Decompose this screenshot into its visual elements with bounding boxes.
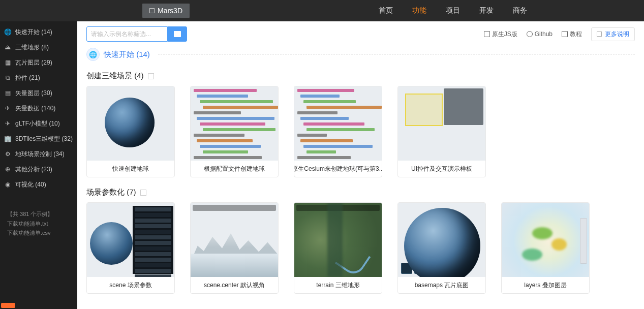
nav-link-0[interactable]: 首页 <box>379 6 393 15</box>
card-thumbnail <box>191 86 278 161</box>
tab-globe-icon: 🌐 <box>86 48 100 61</box>
card-caption: 快速创建地球 <box>87 161 174 177</box>
category-tab: 🌐 快速开始 (14) <box>86 48 635 61</box>
more-info-button[interactable]: 更多说明 <box>591 27 635 41</box>
sidebar: 🌐快速开始 (14)⛰三维地形 (8)▦瓦片图层 (29)⧉控件 (21)▤矢量… <box>0 21 77 304</box>
sidebar-item-label: 矢量数据 (140) <box>15 104 55 113</box>
sidebar-item-1[interactable]: ⛰三维地形 (8) <box>0 40 77 55</box>
card-caption: 原生Cesium来创建地球(可与第3... <box>294 161 382 177</box>
section-0: 创建三维场景 (4)快速创建地球根据配置文件创建地球原生Cesium来创建地球(… <box>86 71 635 177</box>
example-card[interactable]: terrain 三维地形 <box>294 202 382 294</box>
sidebar-item-label: 矢量图层 (30) <box>15 89 52 98</box>
section-1: 场景参数化 (7)scene 场景参数scene.center 默认视角terr… <box>86 188 635 294</box>
tutorial-link[interactable]: 教程 <box>562 30 582 39</box>
sidebar-item-label: 可视化 (40) <box>15 180 46 189</box>
js-version-link[interactable]: 原生JS版 <box>484 30 517 39</box>
sidebar-item-label: 快速开始 (14) <box>15 28 52 37</box>
globe-icon: 🌐 <box>4 28 11 36</box>
sidebar-item-9[interactable]: ⊕其他分析 (23) <box>0 162 77 177</box>
card-thumbnail <box>398 203 485 277</box>
nav-links: 首页功能项目开发商务 <box>379 6 644 15</box>
sidebar-footer: 【共 381 个示例】 下载功能清单.txt 下载功能清单.csv <box>0 209 77 238</box>
section-title: 创建三维场景 (4) <box>86 71 635 81</box>
example-card[interactable]: scene 场景参数 <box>86 202 175 294</box>
card-thumbnail <box>294 203 382 277</box>
card-caption: terrain 三维地形 <box>294 277 382 293</box>
data-icon: ✈ <box>4 105 11 112</box>
card-thumbnail <box>87 203 174 277</box>
plane-icon: ✈ <box>4 120 11 127</box>
sidebar-item-label: gLTF小模型 (10) <box>15 119 60 128</box>
github-link[interactable]: Github <box>527 30 553 38</box>
tiles-icon: ▦ <box>4 59 11 66</box>
example-card[interactable]: UI控件及交互演示样板 <box>397 86 486 177</box>
example-card[interactable]: basemaps 瓦片底图 <box>397 202 486 294</box>
example-card[interactable]: scene.center 默认视角 <box>190 202 279 294</box>
nav-link-1[interactable]: 功能 <box>412 6 426 15</box>
search-box <box>86 26 187 42</box>
section-marker-icon <box>140 190 146 196</box>
example-card[interactable]: 根据配置文件创建地球 <box>190 86 279 177</box>
top-nav: Mars3D 首页功能项目开发商务 <box>0 0 644 21</box>
sidebar-item-3[interactable]: ⧉控件 (21) <box>0 70 77 85</box>
book-icon <box>562 31 568 37</box>
search-go-icon <box>174 31 181 37</box>
github-icon <box>527 31 533 37</box>
main-content: 原生JS版 Github 教程 更多说明 🌐 快速开始 (14) 创建三维场景 … <box>77 21 644 304</box>
tab-label[interactable]: 快速开始 (14) <box>104 50 150 59</box>
sidebar-item-2[interactable]: ▦瓦片图层 (29) <box>0 55 77 70</box>
card-caption: layers 叠加图层 <box>502 277 589 293</box>
js-icon <box>484 31 490 37</box>
sidebar-item-8[interactable]: ⚙地球场景控制 (34) <box>0 146 77 162</box>
sidebar-item-label: 地球场景控制 (34) <box>15 150 65 159</box>
download-txt-link[interactable]: 下载功能清单.txt <box>7 219 77 229</box>
more-icon <box>597 32 602 37</box>
search-input[interactable] <box>86 26 168 42</box>
section-title: 场景参数化 (7) <box>86 188 635 197</box>
section-marker-icon <box>148 73 154 79</box>
building-icon: 🏢 <box>4 135 11 142</box>
eye-icon: ◉ <box>4 181 11 188</box>
card-caption: scene.center 默认视角 <box>191 277 278 293</box>
card-thumbnail <box>502 203 589 277</box>
control-icon: ⚙ <box>4 150 11 158</box>
sidebar-item-label: 控件 (21) <box>15 74 40 82</box>
analysis-icon: ⊕ <box>4 166 11 173</box>
example-card[interactable]: layers 叠加图层 <box>501 202 590 294</box>
card-thumbnail <box>191 203 278 277</box>
sidebar-item-5[interactable]: ✈矢量数据 (140) <box>0 101 77 116</box>
nav-link-4[interactable]: 商务 <box>513 6 527 15</box>
sidebar-item-label: 3DTiles三维模型 (32) <box>15 135 73 143</box>
sidebar-item-10[interactable]: ◉可视化 (40) <box>0 177 77 192</box>
logo-text: Mars3D <box>158 7 182 15</box>
nav-link-2[interactable]: 项目 <box>446 6 460 15</box>
download-csv-link[interactable]: 下载功能清单.csv <box>7 228 77 238</box>
sidebar-item-4[interactable]: ▤矢量图层 (30) <box>0 85 77 101</box>
search-button[interactable] <box>168 26 187 42</box>
card-caption: UI控件及交互演示样板 <box>398 161 485 177</box>
card-caption: 根据配置文件创建地球 <box>191 161 278 177</box>
sidebar-item-label: 三维地形 (8) <box>15 43 49 52</box>
logo-icon <box>149 8 155 13</box>
vector-icon: ▤ <box>4 89 11 97</box>
sidebar-item-label: 其他分析 (23) <box>15 165 52 174</box>
sidebar-item-7[interactable]: 🏢3DTiles三维模型 (32) <box>0 131 77 146</box>
sidebar-item-label: 瓦片图层 (29) <box>15 58 52 67</box>
header-right-links: 原生JS版 Github 教程 更多说明 <box>484 27 635 41</box>
toolbar: 原生JS版 Github 教程 更多说明 <box>86 26 635 42</box>
mountain-icon: ⛰ <box>4 44 11 51</box>
nav-link-3[interactable]: 开发 <box>479 6 494 15</box>
card-caption: scene 场景参数 <box>87 277 174 293</box>
card-caption: basemaps 瓦片底图 <box>398 277 485 293</box>
card-thumbnail <box>87 86 174 161</box>
sidebar-item-0[interactable]: 🌐快速开始 (14) <box>0 24 77 40</box>
bottom-indicator <box>1 303 15 304</box>
logo[interactable]: Mars3D <box>142 4 190 18</box>
card-thumbnail <box>294 86 382 161</box>
widget-icon: ⧉ <box>4 74 11 81</box>
sidebar-item-6[interactable]: ✈gLTF小模型 (10) <box>0 116 77 131</box>
example-card[interactable]: 原生Cesium来创建地球(可与第3... <box>294 86 382 177</box>
example-card[interactable]: 快速创建地球 <box>86 86 175 177</box>
card-thumbnail <box>398 86 485 161</box>
example-count: 【共 381 个示例】 <box>7 209 77 219</box>
